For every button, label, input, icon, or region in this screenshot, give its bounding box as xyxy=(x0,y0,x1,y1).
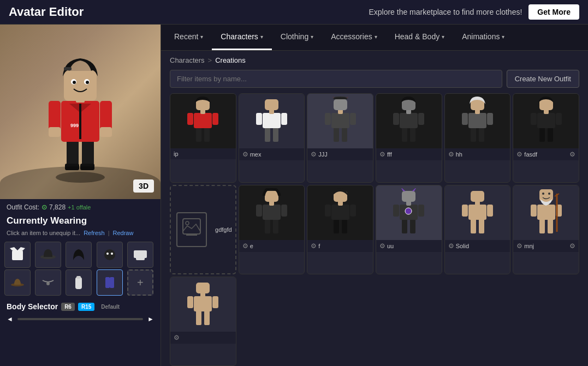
svg-point-24 xyxy=(111,253,113,255)
outfit-card-10[interactable]: ⚙ uu xyxy=(376,185,442,274)
outfit-card-13[interactable]: ⚙ xyxy=(170,277,236,366)
svg-point-16 xyxy=(86,81,89,84)
tab-characters[interactable]: Characters ▾ xyxy=(212,25,271,50)
svg-rect-17 xyxy=(64,67,72,70)
tab-animations[interactable]: Animations ▾ xyxy=(453,25,513,50)
wearing-item-5[interactable] xyxy=(127,242,153,268)
gear-icon-13: ⚙ xyxy=(174,334,180,341)
svg-point-120 xyxy=(548,193,550,195)
outfit-card-8[interactable]: ⚙ e xyxy=(239,185,305,274)
body-slider-track[interactable] xyxy=(17,318,143,320)
outfit-label-13: ⚙ xyxy=(170,332,236,344)
wearing-item-2[interactable] xyxy=(35,242,61,268)
gear-icon-3: ⚙ xyxy=(311,151,317,158)
outfit-card-6[interactable]: ⚙ fasdf ⚙ xyxy=(513,93,579,183)
outfit-card-5[interactable]: ⚙ hh xyxy=(444,93,511,183)
outfit-cost-label: Outfit Cost: xyxy=(7,203,39,211)
svg-rect-67 xyxy=(462,113,468,125)
svg-rect-19 xyxy=(12,250,23,260)
outfit-char-11 xyxy=(460,188,495,237)
recent-chevron: ▾ xyxy=(200,34,203,40)
get-more-button[interactable]: Get More xyxy=(528,4,579,20)
filter-input[interactable] xyxy=(170,70,502,88)
outfit-card-1[interactable]: ip xyxy=(170,93,236,183)
svg-point-102 xyxy=(405,208,412,214)
outfit-img-4 xyxy=(376,94,442,148)
refresh-link[interactable]: Refresh xyxy=(84,230,105,236)
wearing-item-4[interactable] xyxy=(97,242,123,268)
outfit-card-2[interactable]: ⚙ mex xyxy=(239,93,305,183)
svg-rect-38 xyxy=(212,113,218,125)
svg-rect-34 xyxy=(196,127,201,142)
outfit-img-3 xyxy=(307,94,373,148)
outfit-label-5: ⚙ hh xyxy=(445,148,510,160)
svg-rect-90 xyxy=(331,205,349,220)
svg-rect-125 xyxy=(194,296,212,311)
slider-right-arrow[interactable]: ► xyxy=(147,315,154,323)
svg-rect-7 xyxy=(49,101,61,131)
cost-value: 7,828 xyxy=(49,203,66,211)
outfit-card-7[interactable]: gdfgfd xyxy=(170,185,236,274)
svg-marker-104 xyxy=(412,188,417,191)
breadcrumb-current: Creations xyxy=(215,56,246,64)
svg-rect-127 xyxy=(212,296,218,308)
tab-accessories[interactable]: Accessories ▾ xyxy=(322,25,385,50)
body-selector: Body Selector R6 R15 Default xyxy=(0,298,161,313)
outfit-card-11[interactable]: ⚙ Solid xyxy=(444,185,511,274)
svg-rect-6 xyxy=(79,104,81,139)
robux-icon: ⊙ xyxy=(41,203,47,211)
tab-recent[interactable]: Recent ▾ xyxy=(165,25,212,50)
wearing-item-6[interactable] xyxy=(4,269,31,296)
wearing-item-3[interactable] xyxy=(66,242,92,268)
wearing-item-1[interactable] xyxy=(4,242,31,268)
outfit-label-8: ⚙ e xyxy=(239,240,305,252)
wearing-item-8[interactable] xyxy=(66,269,92,296)
gear-icon-5: ⚙ xyxy=(448,151,454,158)
face-icon xyxy=(100,245,120,265)
outfit-card-3[interactable]: ⚙ JJJ xyxy=(307,93,373,183)
svg-rect-54 xyxy=(334,99,347,110)
svg-marker-103 xyxy=(401,188,406,191)
animations-chevron: ▾ xyxy=(502,34,504,40)
tab-clothing[interactable]: Clothing ▾ xyxy=(272,25,322,50)
redraw-link[interactable]: Redraw xyxy=(113,230,134,236)
outfit-label-1: ip xyxy=(170,148,236,159)
svg-rect-32 xyxy=(105,277,110,288)
svg-rect-72 xyxy=(548,127,553,142)
outfit-card-4[interactable]: ⚙ fff xyxy=(376,93,442,183)
top-bar: Avatar Editor Explore the marketplace to… xyxy=(0,0,588,25)
svg-rect-61 xyxy=(418,113,424,125)
svg-point-0 xyxy=(56,172,105,183)
svg-rect-109 xyxy=(487,205,493,217)
slider-left-arrow[interactable]: ◄ xyxy=(7,315,13,323)
svg-rect-73 xyxy=(537,113,555,128)
wearing-item-7[interactable] xyxy=(35,269,61,296)
outfit-img-11 xyxy=(445,185,510,240)
svg-rect-42 xyxy=(273,127,278,142)
svg-point-29 xyxy=(46,282,50,285)
outfit-img-5 xyxy=(445,94,510,148)
outfit-img-6 xyxy=(513,94,579,148)
nav-tabs: Recent ▾ Characters ▾ Clothing ▾ Accesso… xyxy=(161,25,588,51)
left-panel: 999 3D Outfit Cost: ⊙ 7,828 +1 offale Cu… xyxy=(0,25,161,366)
svg-rect-65 xyxy=(479,127,484,142)
svg-rect-59 xyxy=(400,113,418,128)
gear-icon-6b: ⚙ xyxy=(569,151,575,158)
breadcrumb-parent[interactable]: Characters xyxy=(170,56,205,64)
svg-rect-12 xyxy=(64,71,97,101)
svg-rect-77 xyxy=(539,99,553,110)
outfit-card-9[interactable]: ⚙ f xyxy=(307,185,373,274)
svg-rect-124 xyxy=(204,310,210,325)
wearing-item-9[interactable] xyxy=(97,269,123,296)
outfit-card-12[interactable]: ⚙ mnj ⚙ xyxy=(513,185,579,274)
svg-rect-33 xyxy=(110,277,114,288)
svg-point-15 xyxy=(73,81,76,84)
tab-head-body[interactable]: Head & Body ▾ xyxy=(386,25,454,50)
outfit-char-3 xyxy=(323,97,358,146)
top-icon xyxy=(130,245,150,265)
create-outfit-button[interactable]: Create New Outfit xyxy=(507,70,579,88)
add-item-button[interactable]: + xyxy=(127,269,153,296)
svg-rect-74 xyxy=(531,113,537,125)
svg-rect-8 xyxy=(100,101,112,131)
svg-rect-40 xyxy=(196,99,210,110)
